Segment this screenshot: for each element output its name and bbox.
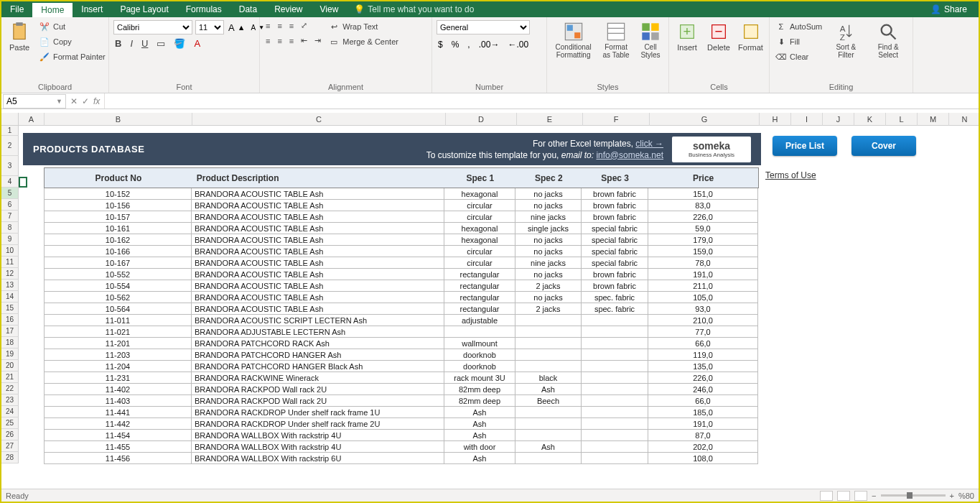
table-cell[interactable]: rectangular <box>444 280 515 292</box>
row-header-3[interactable]: 3 <box>1 156 19 176</box>
table-cell[interactable] <box>515 326 582 338</box>
table-cell[interactable]: Ash <box>515 384 582 395</box>
table-cell[interactable]: 191,0 <box>648 269 758 280</box>
table-cell[interactable]: hexagonal <box>444 234 515 246</box>
table-cell[interactable]: 119,0 <box>648 349 758 361</box>
table-cell[interactable]: 11-402 <box>44 384 192 395</box>
table-cell[interactable]: hexagonal <box>444 188 515 200</box>
row-header-25[interactable]: 25 <box>1 417 19 429</box>
increase-decimal-button[interactable]: .00→ <box>477 39 501 50</box>
table-cell[interactable]: black <box>515 372 582 384</box>
table-cell[interactable]: rectangular <box>444 292 515 303</box>
clear-button[interactable]: ⌫Clear <box>774 50 823 63</box>
col-header-K[interactable]: K <box>854 113 886 126</box>
align-middle-button[interactable]: ≡ <box>276 20 283 31</box>
row-header-4[interactable]: 4 <box>1 176 19 188</box>
col-header-B[interactable]: B <box>45 113 192 126</box>
tab-insert[interactable]: Insert <box>73 1 111 17</box>
templates-link[interactable]: click → <box>635 139 663 149</box>
table-cell[interactable]: BRANDORA ACOUSTIC TABLE Ash <box>192 280 444 292</box>
row-header-8[interactable]: 8 <box>1 222 19 234</box>
table-cell[interactable]: 2 jacks <box>515 280 582 292</box>
table-cell[interactable]: Ash <box>444 453 515 464</box>
row-header-22[interactable]: 22 <box>1 383 19 394</box>
fx-icon[interactable]: fx <box>93 96 100 106</box>
row-header-14[interactable]: 14 <box>1 291 19 303</box>
row-header-19[interactable]: 19 <box>1 349 19 360</box>
table-cell[interactable] <box>515 349 582 361</box>
table-cell[interactable]: spec. fabric <box>582 292 648 303</box>
page-break-view-button[interactable] <box>854 491 867 501</box>
table-cell[interactable]: 151,0 <box>648 188 758 200</box>
table-cell[interactable]: 77,0 <box>648 326 758 338</box>
table-cell[interactable]: 108,0 <box>648 453 758 464</box>
table-cell[interactable]: BRANDORA ACOUSTIC TABLE Ash <box>192 223 444 234</box>
table-cell[interactable]: brown fabric <box>582 200 648 211</box>
table-cell[interactable]: BRANDORA ACOUSTIC TABLE Ash <box>192 234 444 246</box>
table-cell[interactable]: rectangular <box>444 303 515 315</box>
tab-file[interactable]: File <box>1 1 32 17</box>
table-cell[interactable]: 66,0 <box>648 338 758 349</box>
table-cell[interactable] <box>582 315 648 326</box>
increase-indent-button[interactable]: ⇥ <box>313 35 322 46</box>
table-cell[interactable]: Ash <box>444 430 515 441</box>
underline-button[interactable]: U <box>140 37 149 50</box>
table-cell[interactable] <box>582 418 648 430</box>
row-header-26[interactable]: 26 <box>1 429 19 440</box>
table-cell[interactable]: brown fabric <box>582 269 648 280</box>
table-cell[interactable]: circular <box>444 211 515 223</box>
bold-button[interactable]: B <box>113 37 123 50</box>
table-cell[interactable]: 10-157 <box>44 211 192 223</box>
fill-color-button[interactable]: 🪣 <box>172 37 187 50</box>
table-cell[interactable]: adjustable <box>444 315 515 326</box>
align-right-button[interactable]: ≡ <box>288 35 295 46</box>
table-cell[interactable]: rack mount 3U <box>444 372 515 384</box>
table-cell[interactable]: no jacks <box>515 200 582 211</box>
row-header-2[interactable]: 2 <box>1 136 19 156</box>
table-cell[interactable]: 87,0 <box>648 430 758 441</box>
tab-page-layout[interactable]: Page Layout <box>111 1 177 17</box>
table-cell[interactable]: circular <box>444 200 515 211</box>
col-header-E[interactable]: E <box>517 113 583 126</box>
table-cell[interactable]: spec. fabric <box>582 303 648 315</box>
align-bottom-button[interactable]: ≡ <box>288 20 295 31</box>
zoom-in-button[interactable]: + <box>950 492 954 500</box>
table-cell[interactable]: hexagonal <box>444 223 515 234</box>
col-header-I[interactable]: I <box>791 113 823 126</box>
table-cell[interactable]: BRANDORA WALLBOX With rackstrip 4U <box>192 430 444 441</box>
table-cell[interactable]: no jacks <box>515 269 582 280</box>
table-cell[interactable]: special fabric <box>582 246 648 257</box>
table-cell[interactable]: BRANDORA ADJUSTABLE LECTERN Ash <box>192 326 444 338</box>
table-cell[interactable]: 185,0 <box>648 407 758 418</box>
table-cell[interactable]: with door <box>444 441 515 453</box>
table-cell[interactable]: 10-156 <box>44 200 192 211</box>
row-header-21[interactable]: 21 <box>1 372 19 383</box>
table-cell[interactable]: 246,0 <box>648 384 758 395</box>
table-cell[interactable]: BRANDORA WALLBOX With rackstrip 6U <box>192 453 444 464</box>
table-cell[interactable]: 226,0 <box>648 211 758 223</box>
table-cell[interactable]: BRANDORA ACOUSTIC TABLE Ash <box>192 246 444 257</box>
table-cell[interactable]: Ash <box>515 441 582 453</box>
table-cell[interactable]: BRANDORA ACOUSTIC TABLE Ash <box>192 269 444 280</box>
table-cell[interactable]: BRANDORA ACOUSTIC SCRIPT LECTERN Ash <box>192 315 444 326</box>
table-cell[interactable]: 11-403 <box>44 395 192 407</box>
row-header-20[interactable]: 20 <box>1 360 19 372</box>
table-cell[interactable]: 59,0 <box>648 223 758 234</box>
table-cell[interactable]: special fabric <box>582 223 648 234</box>
table-cell[interactable]: 11-231 <box>44 372 192 384</box>
table-cell[interactable] <box>444 326 515 338</box>
table-cell[interactable]: BRANDORA ACOUSTIC TABLE Ash <box>192 188 444 200</box>
accounting-format-button[interactable]: $ <box>437 39 444 50</box>
table-cell[interactable]: 11-442 <box>44 418 192 430</box>
table-cell[interactable]: 211,0 <box>648 280 758 292</box>
table-cell[interactable]: BRANDORA RACKDROP Under shelf rack frame… <box>192 407 444 418</box>
row-header-27[interactable]: 27 <box>1 440 19 452</box>
table-cell[interactable]: BRANDORA PATCHCORD RACK Ash <box>192 338 444 349</box>
table-cell[interactable]: BRANDORA RACKWINE Winerack <box>192 372 444 384</box>
table-cell[interactable]: 179,0 <box>648 234 758 246</box>
wrap-text-button[interactable]: ↩︎Wrap Text <box>327 20 400 33</box>
tell-me-search[interactable]: 💡 Tell me what you want to do <box>354 4 474 14</box>
tab-view[interactable]: View <box>312 1 347 17</box>
italic-button[interactable]: I <box>129 37 134 50</box>
row-header-17[interactable]: 17 <box>1 326 19 337</box>
